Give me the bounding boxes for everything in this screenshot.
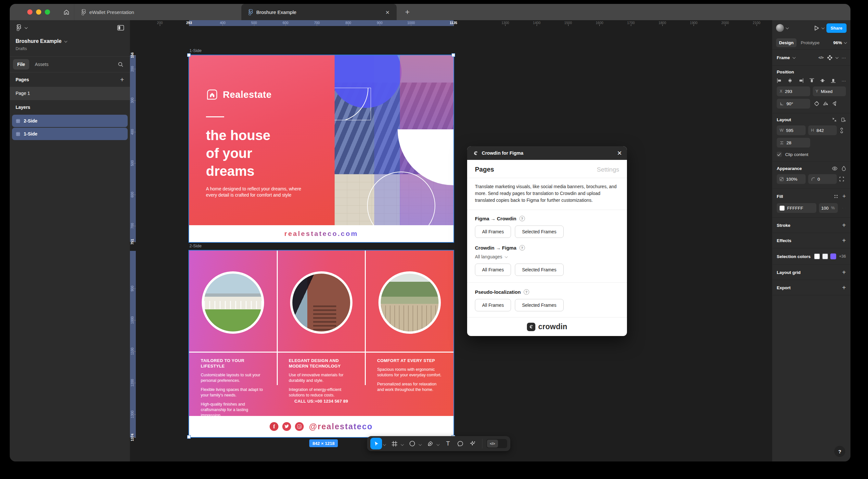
toggle-sidebar-icon[interactable] <box>117 25 124 31</box>
auto-layout-icon[interactable] <box>841 117 846 122</box>
selected-frames-button[interactable]: Selected Frames <box>515 226 564 238</box>
eye-icon[interactable] <box>832 167 837 171</box>
rotate-icon[interactable] <box>814 101 819 106</box>
minimize-window-button[interactable] <box>36 9 41 14</box>
shape-tool-button[interactable] <box>407 438 418 449</box>
all-frames-button[interactable]: All Frames <box>475 226 511 238</box>
layer-item-2-side[interactable]: 2-Side <box>12 115 128 127</box>
modal-tab-pages[interactable]: Pages <box>475 166 494 173</box>
eye-icon[interactable] <box>842 206 843 210</box>
frame-tool-button[interactable] <box>389 438 400 449</box>
tab-broshure-example[interactable]: Broshure Example × <box>241 4 397 20</box>
align-horizontal-center-icon[interactable] <box>787 78 793 83</box>
page-item-page-1[interactable]: Page 1 <box>10 87 130 100</box>
new-tab-button[interactable]: + <box>405 7 410 17</box>
add-effect-button[interactable]: + <box>842 237 846 244</box>
pen-tool-button[interactable] <box>425 438 436 449</box>
frame-label-2-side[interactable]: 2-Side <box>189 243 202 248</box>
tab-ewallet-presentation[interactable]: eWallet Presentation <box>74 4 241 20</box>
component-icon[interactable] <box>827 55 832 60</box>
constrain-proportions-icon[interactable] <box>839 128 844 133</box>
clip-content-checkbox[interactable]: Clip content <box>777 152 846 157</box>
modal-tab-settings[interactable]: Settings <box>597 166 619 173</box>
add-export-button[interactable]: + <box>842 284 846 292</box>
all-frames-button[interactable]: All Frames <box>475 264 511 276</box>
selection-handle-top-left[interactable] <box>187 53 191 57</box>
close-window-button[interactable] <box>27 9 32 14</box>
more-options-icon[interactable]: ··· <box>842 55 846 60</box>
height-input[interactable]: H842 <box>808 125 837 135</box>
help-button[interactable]: ? <box>834 446 845 457</box>
y-position-input[interactable]: YMixed <box>813 86 846 96</box>
width-input[interactable]: W595 <box>777 125 806 135</box>
tab-design[interactable]: Design <box>776 38 797 47</box>
close-icon[interactable]: × <box>617 149 622 157</box>
chevron-down-icon[interactable] <box>25 26 28 29</box>
dev-mode-toggle[interactable]: </> <box>486 439 507 448</box>
more-align-options-icon[interactable]: ··· <box>842 78 846 83</box>
chevron-down-icon[interactable] <box>821 26 825 29</box>
figma-menu-icon[interactable] <box>16 24 22 31</box>
add-stroke-button[interactable]: + <box>842 221 846 229</box>
frame-1-side[interactable]: Realestate the house of your dreams A ho… <box>189 55 454 242</box>
align-right-icon[interactable] <box>799 78 804 83</box>
sidebar-tab-file[interactable]: File <box>13 59 29 69</box>
independent-corners-icon[interactable] <box>839 177 844 181</box>
chevron-down-icon[interactable] <box>383 443 386 446</box>
share-button[interactable]: Share <box>827 23 846 33</box>
chevron-down-icon[interactable] <box>437 443 440 446</box>
help-icon[interactable]: ? <box>520 216 525 221</box>
selection-color-swatch[interactable] <box>830 253 836 259</box>
selected-frames-button[interactable]: Selected Frames <box>515 299 564 311</box>
chevron-down-icon[interactable] <box>419 443 422 446</box>
selection-handle-bottom-left[interactable] <box>187 435 191 439</box>
flip-vertical-icon[interactable] <box>832 101 837 106</box>
add-page-button[interactable]: + <box>120 76 124 84</box>
add-fill-button[interactable]: + <box>842 193 846 200</box>
home-tab[interactable] <box>59 4 74 20</box>
sidebar-tab-assets[interactable]: Assets <box>31 59 53 69</box>
align-top-icon[interactable] <box>809 78 814 83</box>
add-layout-grid-button[interactable]: + <box>842 269 846 276</box>
fill-color-swatch[interactable] <box>780 206 784 211</box>
selection-color-swatch[interactable] <box>822 253 828 259</box>
text-tool-button[interactable]: T <box>442 438 454 449</box>
gap-input[interactable]: 28 <box>777 138 810 148</box>
zoom-control[interactable]: 96% <box>833 40 846 45</box>
align-left-icon[interactable] <box>777 78 782 83</box>
move-tool-button[interactable] <box>370 438 382 449</box>
resize-to-fit-icon[interactable] <box>832 117 837 122</box>
selection-color-swatch[interactable] <box>814 253 820 259</box>
tab-prototype[interactable]: Prototype <box>798 38 823 47</box>
more-colors-count[interactable]: +36 <box>839 254 846 259</box>
styles-icon[interactable] <box>834 194 838 199</box>
language-dropdown[interactable]: All languages <box>475 254 619 259</box>
align-vertical-center-icon[interactable] <box>820 78 825 83</box>
selection-handle-top-right[interactable] <box>452 53 455 57</box>
modal-header[interactable]: Crowdin for Figma × <box>467 146 627 160</box>
chevron-down-icon[interactable] <box>401 443 404 446</box>
canvas[interactable]: 2002934005006007008009001000113513001400… <box>130 20 772 461</box>
flip-horizontal-icon[interactable] <box>823 101 828 106</box>
fill-opacity-input[interactable]: 100% <box>819 203 838 213</box>
chevron-down-icon[interactable] <box>835 56 838 59</box>
close-tab-icon[interactable]: × <box>385 9 390 16</box>
frame-2-side[interactable]: TAILORED TO YOUR LIFESTYLE Customizable … <box>189 250 454 437</box>
remove-fill-icon[interactable] <box>845 206 846 210</box>
fill-color-input[interactable]: FFFFFF <box>777 203 816 213</box>
actions-tool-button[interactable] <box>467 438 478 449</box>
file-location[interactable]: Drafts <box>16 46 124 51</box>
avatar[interactable] <box>776 24 784 32</box>
layer-item-1-side[interactable]: 1-Side <box>12 128 128 140</box>
file-title-row[interactable]: Broshure Example <box>16 38 124 44</box>
align-bottom-icon[interactable] <box>831 78 836 83</box>
fullscreen-window-button[interactable] <box>45 9 50 14</box>
selection-type-label[interactable]: Frame <box>777 55 790 60</box>
frame-label-1-side[interactable]: 1-Side <box>189 48 202 53</box>
corner-radius-input[interactable]: 0 <box>808 174 837 184</box>
present-play-icon[interactable] <box>814 25 819 31</box>
rotation-input[interactable]: 90° <box>777 99 810 109</box>
help-icon[interactable]: ? <box>524 289 529 295</box>
opacity-input[interactable]: 100% <box>777 174 806 184</box>
chevron-down-icon[interactable] <box>792 56 796 59</box>
